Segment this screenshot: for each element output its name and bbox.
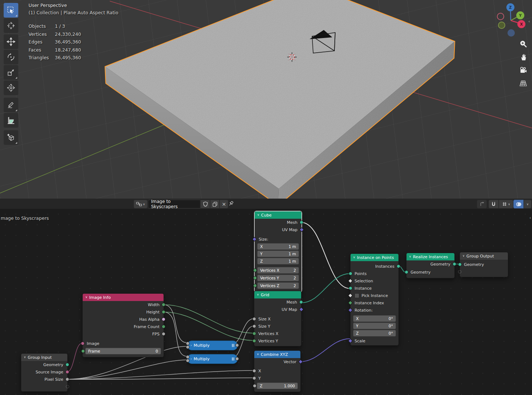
socket-geometry-in[interactable]	[405, 270, 408, 274]
gizmo-neg-y[interactable]	[498, 22, 505, 29]
field-vertices-x[interactable]: Vertices X2	[257, 267, 299, 274]
field-frame[interactable]: Frame0	[85, 348, 161, 354]
socket-fps-out[interactable]	[162, 332, 165, 336]
socket-instances-out[interactable]	[397, 264, 400, 268]
tool-annotate[interactable]	[4, 98, 18, 112]
overlays-toggle-button[interactable]	[513, 200, 524, 208]
socket-geometry-out[interactable]	[453, 262, 456, 266]
socket-value-out[interactable]	[235, 343, 239, 347]
go-to-parent-tree-button[interactable]	[477, 200, 487, 208]
field-z[interactable]: Z1.000	[257, 383, 298, 389]
toggle-ortho-button[interactable]	[518, 78, 528, 89]
navigation-gizmo[interactable]: Z Y X	[497, 3, 525, 37]
3d-viewport[interactable]: Z Y X User Perspective (1) Collection | …	[0, 0, 532, 199]
field-rotation-x[interactable]: X0°	[353, 315, 396, 322]
socket-x-in[interactable]	[252, 369, 256, 373]
tool-select-box[interactable]	[4, 3, 18, 18]
field-size-z[interactable]: Z1 m	[257, 258, 299, 264]
tool-measure[interactable]	[4, 113, 18, 128]
socket-size-x-in[interactable]	[252, 317, 256, 321]
gizmo-neg-z[interactable]	[507, 29, 515, 37]
socket-value2-in[interactable]	[186, 359, 190, 362]
socket-vertices-x-in[interactable]	[252, 332, 256, 335]
pan-view-button[interactable]	[518, 52, 529, 62]
field-vertices-z[interactable]: Vertices Z2	[257, 282, 299, 289]
node-image-info[interactable]: ∨Image Info Width Height Has Alpha Frame…	[82, 293, 164, 357]
socket-width-out[interactable]	[162, 303, 165, 306]
node-tree-name-field[interactable]: Image to Skyscrapers	[148, 200, 201, 208]
socket-value-out[interactable]	[235, 357, 239, 361]
node-group-input[interactable]: ∨Group Input Geometry Source Image Pixel…	[21, 353, 68, 392]
gizmo-neg-x[interactable]	[497, 13, 504, 20]
collapse-icon[interactable]: ∨	[85, 296, 87, 299]
field-rotation-z[interactable]: Z0°	[353, 330, 396, 336]
collapse-icon[interactable]: ∨	[462, 255, 465, 257]
socket-has-alpha-out[interactable]	[162, 317, 165, 321]
collapse-icon[interactable]: ∨	[257, 293, 259, 296]
tool-scale[interactable]	[4, 65, 18, 80]
socket-value1-in[interactable]	[186, 342, 190, 345]
new-copy-button[interactable]	[210, 200, 220, 208]
geometry-node-editor[interactable]: mage to Skyscrapers ‹ ∨Cube Mesh UV Map …	[0, 209, 532, 395]
expand-icon[interactable]: ›	[191, 344, 192, 347]
socket-height-out[interactable]	[162, 310, 165, 314]
collapse-icon[interactable]: ∨	[257, 353, 259, 356]
node-group-output[interactable]: ∨Group Output Geometry	[460, 252, 508, 277]
socket-mesh-out[interactable]	[300, 221, 303, 224]
socket-vertices-x-in[interactable]	[253, 268, 257, 272]
tool-transform[interactable]	[4, 80, 18, 95]
socket-vertices-y-in[interactable]	[252, 339, 256, 343]
collapse-icon[interactable]: ∨	[353, 256, 355, 259]
socket-source-image-out[interactable]	[65, 370, 69, 374]
zoom-view-button[interactable]	[518, 39, 528, 49]
node-instance-on-points[interactable]: ∨Instance on Points Instances Points Sel…	[350, 253, 399, 346]
field-size-y[interactable]: Y1 m	[257, 251, 299, 257]
tool-move[interactable]	[4, 34, 18, 49]
socket-virtual-in[interactable]	[458, 270, 461, 274]
tool-cursor[interactable]	[4, 18, 18, 33]
field-size-x[interactable]: X1 m	[257, 243, 299, 250]
socket-image-in[interactable]	[81, 342, 85, 345]
expand-icon[interactable]: ›	[191, 357, 192, 361]
socket-virtual-out[interactable]	[66, 385, 69, 388]
socket-vertices-z-in[interactable]	[253, 284, 257, 287]
editor-type-dropdown[interactable]: ∨	[134, 200, 147, 208]
socket-geometry-in[interactable]	[458, 263, 462, 266]
tool-add-cube[interactable]	[4, 130, 18, 145]
tool-rotate[interactable]	[4, 50, 18, 64]
snap-mode-dropdown[interactable]: ∨	[499, 200, 513, 208]
camera-view-button[interactable]	[518, 65, 528, 75]
fake-user-button[interactable]	[201, 200, 210, 208]
socket-z-in[interactable]	[253, 384, 256, 388]
node-multiply-top[interactable]: › Multiply	[187, 341, 238, 350]
socket-points-in[interactable]	[349, 272, 352, 275]
collapse-icon[interactable]: ∨	[24, 356, 26, 359]
collapse-icon[interactable]: ∨	[257, 214, 259, 217]
socket-frame-in[interactable]	[81, 349, 85, 353]
node-combine-xyz[interactable]: ∨Combine XYZ Vector X Y Z1.000	[254, 350, 301, 392]
viewport-sidebar-pulltab[interactable]: ‹	[528, 19, 530, 24]
plane-object[interactable]	[105, 0, 455, 199]
overlays-dropdown[interactable]: ∨	[524, 200, 532, 208]
socket-pixel-size-out[interactable]	[65, 377, 69, 381]
socket-y-in[interactable]	[252, 376, 256, 380]
unlink-button[interactable]: ×	[220, 200, 228, 208]
node-multiply-bottom[interactable]: › Multiply	[187, 354, 238, 364]
socket-frame-count-out[interactable]	[162, 325, 165, 328]
socket-value1-in[interactable]	[186, 355, 190, 359]
node-grid[interactable]: ∨Grid Mesh UV Map Size X Size Y Vertices…	[254, 291, 301, 346]
pin-icon[interactable]	[228, 200, 234, 207]
snap-toggle-button[interactable]	[488, 200, 499, 208]
socket-vertices-y-in[interactable]	[253, 276, 257, 280]
collapse-icon[interactable]: ∨	[409, 255, 411, 258]
socket-value2-in[interactable]	[186, 345, 190, 349]
socket-instance-in[interactable]	[349, 286, 352, 290]
field-vertices-y[interactable]: Vertices Y2	[257, 275, 299, 281]
node-cube[interactable]: ∨Cube Mesh UV Map Size: X1 m Y1 m Z1 m V…	[254, 211, 302, 292]
pick-instance-checkbox[interactable]	[355, 293, 359, 298]
socket-mesh-out[interactable]	[299, 300, 303, 304]
field-rotation-y[interactable]: Y0°	[353, 323, 396, 329]
node-realize-instances[interactable]: ∨Realize Instances Geometry Geometry	[406, 253, 455, 278]
socket-geometry-out[interactable]	[65, 363, 69, 366]
socket-size-y-in[interactable]	[252, 324, 256, 328]
